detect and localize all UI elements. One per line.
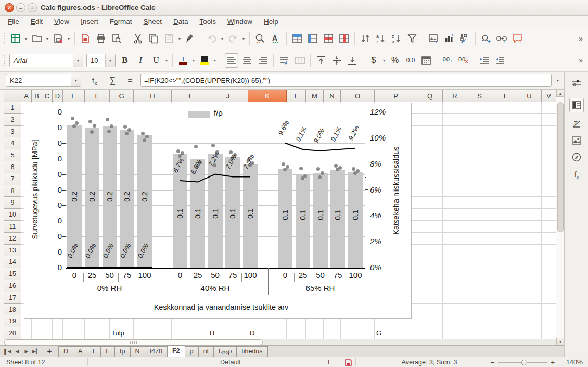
italic-icon[interactable]: I [134,53,147,68]
menu-view[interactable]: View [48,16,75,28]
equals-icon[interactable]: = [124,74,136,87]
row-header-5[interactable]: 5 [4,149,21,161]
expand-formula-bar-icon[interactable]: ▼ [553,76,563,85]
column-header-H[interactable]: H [134,90,172,102]
toolbar-grip[interactable] [3,33,6,44]
row-header-16[interactable]: 16 [4,280,21,292]
sheet-tab-N[interactable]: N [130,346,145,357]
menu-window[interactable]: Window [222,16,258,28]
new-spreadsheet-icon[interactable] [9,31,22,46]
menu-insert[interactable]: Insert [75,16,104,28]
save-dropdown-icon[interactable]: ▼ [66,31,71,46]
sum-icon[interactable]: ∑ [106,74,119,87]
menu-format[interactable]: Format [104,16,138,28]
row-header-20[interactable]: 20 [4,327,21,339]
zoom-slider-handle[interactable] [521,360,527,365]
horizontal-scrollbar[interactable] [4,339,556,345]
format-number-icon[interactable]: 0.0 [404,53,417,68]
align-right-icon[interactable] [256,53,270,68]
sheet-tab-A[interactable]: A [73,346,87,357]
column-header-U[interactable]: U [517,90,542,102]
sort-ascending-icon[interactable]: az [374,31,388,46]
highlight-color-dropdown-icon[interactable]: ▼ [212,53,218,68]
name-box-dropdown-icon[interactable]: ▼ [71,74,81,86]
column-header-G[interactable]: G [110,90,134,102]
print-preview-icon[interactable] [110,31,123,46]
open-folder-icon[interactable] [30,31,44,46]
align-bottom-icon[interactable] [346,53,359,68]
horizontal-scrollbar-thumb[interactable] [4,339,263,345]
insert-hyperlink-icon[interactable]: + [495,31,508,46]
insert-mode-icon[interactable]: I̲ [328,357,329,367]
menu-help[interactable]: Help [258,16,284,28]
highlight-color-icon[interactable] [198,53,211,68]
sheet-tab-nf[interactable]: nf [198,346,214,357]
center-vertically-icon[interactable] [330,53,343,68]
vertical-scrollbar-thumb[interactable] [557,102,564,232]
sheet-tab-D[interactable]: D [58,346,73,357]
sort-descending-icon[interactable]: za [390,31,403,46]
row-header-12[interactable]: 12 [4,233,21,245]
wrap-text-icon[interactable] [277,53,291,68]
insert-column-before-icon[interactable] [306,31,319,46]
align-left-icon[interactable] [225,53,238,68]
column-header-J[interactable]: J [208,90,248,102]
sidebar-functions-icon[interactable]: fx [569,168,584,182]
cell-J20[interactable]: H [210,327,214,339]
toolbar-overflow-icon[interactable]: » [579,56,583,65]
print-icon[interactable] [94,31,108,46]
format-currency-icon[interactable]: $ [367,53,380,68]
previous-sheet-icon[interactable]: ◀ [12,346,22,357]
spelling-icon[interactable]: A [269,31,283,46]
sheet-tab-L[interactable]: L [87,346,101,357]
format-percent-icon[interactable]: % [388,53,402,68]
new-spreadsheet-dropdown-icon[interactable]: ▼ [23,31,29,46]
menu-tools[interactable]: Tools [194,16,222,28]
column-header-Q[interactable]: Q [417,90,443,102]
decrease-indent-icon[interactable] [493,53,507,68]
clone-formatting-icon[interactable] [184,31,197,46]
zoom-level[interactable]: 140% [563,357,586,367]
column-header-P[interactable]: P [375,90,417,102]
column-header-B[interactable]: B [32,90,42,102]
row-header-2[interactable]: 2 [4,114,21,126]
copy-icon[interactable] [147,31,160,46]
add-decimal-icon[interactable]: 0 0+ [441,53,454,68]
cell-P20[interactable]: G [376,327,381,339]
column-header-R[interactable]: R [443,90,467,102]
column-header-S[interactable]: S [467,90,492,102]
row-header-11[interactable]: 11 [4,221,21,233]
formula-input[interactable]: =IF(K20<>"",(CODE(UPPER(K20))-65),"") [140,74,552,87]
row-header-8[interactable]: 8 [4,185,21,197]
align-center-icon[interactable] [240,53,254,68]
increase-indent-icon[interactable] [478,53,491,68]
sheet-tab-tihedus[interactable]: tihedus [236,346,267,357]
sheet-tab-F[interactable]: F [100,346,115,357]
column-header-M[interactable]: M [306,90,324,102]
row-header-7[interactable]: 7 [4,173,21,185]
redo-dropdown-icon[interactable]: ▼ [241,31,246,46]
embedded-chart[interactable]: f/ρ 000000000000%2%4%6%8%10%12%Survetuge… [24,103,412,319]
column-header-I[interactable]: I [172,90,208,102]
last-sheet-icon[interactable]: ▶▎ [31,346,41,357]
bold-icon[interactable]: B [118,53,132,68]
scroll-up-icon[interactable]: ▲ [556,90,565,97]
insert-image-icon[interactable]: + [427,31,440,46]
function-wizard-icon[interactable]: fx [88,74,101,87]
column-header-L[interactable]: L [287,90,306,102]
vertical-scrollbar[interactable]: ▲ ▼ [556,90,564,345]
row-header-6[interactable]: 6 [4,161,21,173]
toolbar-grip[interactable] [3,55,6,66]
column-header-A[interactable]: A [21,90,32,102]
sheet-tab-ρ[interactable]: ρ [185,346,199,357]
column-header-E[interactable]: E [63,90,85,102]
maximize-button[interactable]: □ [28,3,37,12]
delete-decimal-icon[interactable]: 0 0x [456,53,470,68]
font-color-dropdown-icon[interactable]: ▼ [191,53,196,68]
cut-icon[interactable] [131,31,145,46]
delete-column-icon[interactable] [337,31,351,46]
pivot-table-icon[interactable] [458,31,471,46]
add-sheet-button[interactable]: + [44,346,55,357]
delete-row-icon[interactable] [322,31,335,46]
column-header-D[interactable]: D [53,90,63,102]
